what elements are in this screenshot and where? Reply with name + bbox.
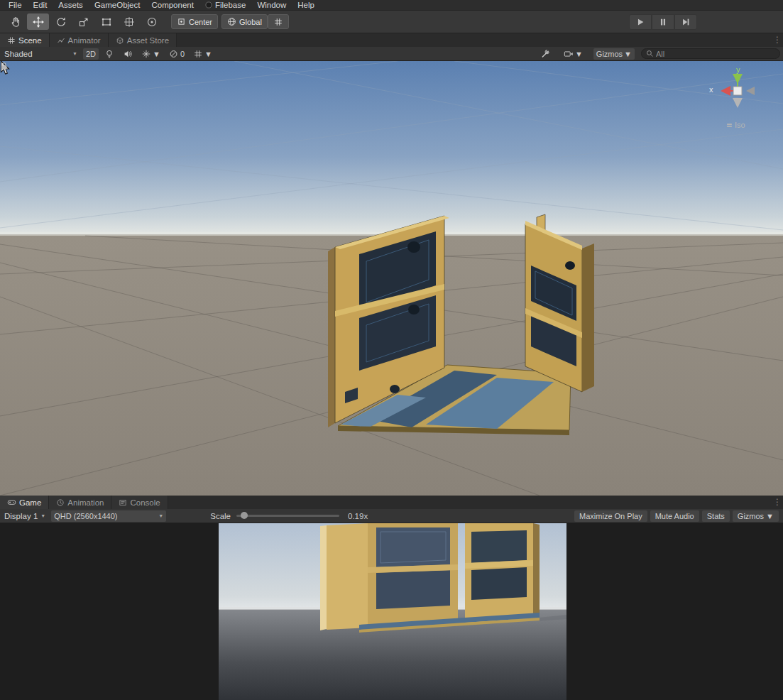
grid-icon: [193, 49, 203, 59]
rect-tool-button[interactable]: [95, 13, 117, 30]
mute-audio-button[interactable]: Mute Audio: [650, 510, 699, 522]
scene-camera-dropdown[interactable]: ▼: [561, 48, 586, 60]
tab-scene[interactable]: Scene: [0, 33, 50, 47]
menu-help[interactable]: Help: [292, 1, 320, 9]
transform-icon: [124, 16, 135, 28]
transform-tool-strip: [4, 13, 163, 30]
lightbulb-icon: [104, 49, 114, 59]
scene-panel-menu-icon[interactable]: ⋮: [773, 35, 782, 45]
orientation-gizmo[interactable]: y x Iso: [711, 64, 774, 142]
console-tab-icon: [119, 498, 127, 507]
move-tool-button[interactable]: [27, 13, 49, 30]
menu-component[interactable]: Component: [146, 1, 199, 9]
chevron-down-icon: ▼: [766, 512, 774, 520]
grid-snap-button[interactable]: [268, 14, 289, 29]
chevron-down-icon: ▼: [204, 50, 212, 58]
space-toggle-button[interactable]: Global: [221, 14, 268, 29]
step-icon: [681, 17, 691, 27]
filebase-icon: [205, 1, 212, 9]
animation-tab-icon: [56, 498, 65, 507]
menu-filebase[interactable]: Filebase: [199, 1, 251, 9]
chevron-down-icon: ▼: [72, 51, 77, 56]
scale-slider[interactable]: [236, 515, 339, 517]
game-view-toolbar: Display 1 ▼ QHD (2560x1440) ▼ Scale 0.19…: [0, 509, 783, 523]
tab-animation[interactable]: Animation: [49, 496, 111, 509]
resolution-dropdown[interactable]: QHD (2560x1440) ▼: [51, 510, 166, 522]
scene-visibility-toggle[interactable]: 0: [166, 48, 187, 60]
iso-icon: [726, 122, 733, 128]
search-icon: [646, 50, 654, 58]
camera-icon: [564, 49, 574, 59]
projection-toggle[interactable]: Iso: [726, 121, 745, 129]
chevron-down-icon: ▼: [624, 50, 632, 58]
game-view[interactable]: [0, 523, 783, 700]
scene-search-field[interactable]: [641, 48, 780, 59]
game-panel-menu-icon[interactable]: ⋮: [773, 497, 782, 507]
game-toolbar-left: Display 1 ▼ QHD (2560x1440) ▼ Scale 0.19…: [0, 509, 368, 523]
game-camera-render: [219, 523, 566, 700]
chevron-down-icon: ▼: [575, 50, 583, 58]
menu-assets[interactable]: Assets: [53, 1, 89, 9]
pivot-icon: [177, 17, 186, 26]
scene-toolbar-right: ▼ Gizmos ▼: [536, 48, 783, 60]
game-tab-icon: [7, 498, 16, 507]
tab-animator[interactable]: Animator: [50, 33, 109, 47]
tab-asset-store[interactable]: Asset Store: [109, 33, 177, 47]
tab-animation-label: Animation: [67, 498, 104, 507]
tab-game[interactable]: Game: [0, 496, 49, 509]
scene-lighting-toggle[interactable]: [102, 48, 117, 60]
2d-toggle-button[interactable]: 2D: [83, 48, 99, 60]
hand-tool-button[interactable]: [4, 13, 26, 30]
scale-icon: [78, 16, 89, 28]
menu-gameobject[interactable]: GameObject: [89, 1, 146, 9]
custom-tool-button[interactable]: [141, 13, 163, 30]
gizmos-label: Gizmos: [596, 50, 623, 58]
wrench-icon: [540, 49, 550, 59]
menu-bar: File Edit Assets GameObject Component Fi…: [0, 0, 783, 11]
scene-3d-render: [0, 61, 783, 496]
display-dropdown[interactable]: Display 1 ▼: [0, 509, 50, 523]
menu-edit[interactable]: Edit: [28, 1, 53, 9]
transform-tool-button[interactable]: [118, 13, 140, 30]
tab-console[interactable]: Console: [111, 496, 168, 509]
stats-button[interactable]: Stats: [702, 510, 730, 522]
pause-icon: [658, 17, 668, 27]
move-icon: [33, 16, 44, 28]
globe-icon: [227, 17, 236, 26]
main-toolbar: Center Global: [0, 11, 783, 33]
scene-search-input[interactable]: [656, 50, 775, 58]
play-button[interactable]: [629, 14, 652, 30]
scene-view[interactable]: y x Iso: [0, 61, 783, 496]
hand-icon: [10, 16, 21, 28]
display-label: Display 1: [4, 512, 38, 520]
chevron-down-icon: ▼: [158, 513, 163, 518]
menu-window[interactable]: Window: [251, 1, 292, 9]
game-gizmos-dropdown[interactable]: Gizmos ▼: [733, 510, 779, 522]
game-gizmos-label: Gizmos: [738, 512, 764, 520]
scene-tab-icon: [7, 36, 16, 45]
draw-mode-dropdown[interactable]: Shaded ▼: [0, 47, 82, 61]
scale-value: 0.19x: [348, 512, 368, 520]
scene-tools-button[interactable]: [537, 48, 553, 60]
scale-tool-button[interactable]: [72, 13, 94, 30]
axis-x-label: x: [709, 85, 713, 94]
rotate-tool-button[interactable]: [50, 13, 72, 30]
tab-console-label: Console: [130, 498, 160, 507]
space-label: Global: [239, 18, 262, 26]
pause-button[interactable]: [652, 14, 674, 30]
scale-slider-handle[interactable]: [241, 512, 248, 519]
menu-file[interactable]: File: [3, 1, 28, 9]
lock-icon[interactable]: [0, 61, 9, 71]
maximize-on-play-button[interactable]: Maximize On Play: [574, 510, 647, 522]
scene-grid-dropdown[interactable]: ▼: [190, 48, 215, 60]
scene-view-toolbar: Shaded ▼ 2D ▼ 0 ▼ ▼: [0, 47, 783, 61]
scene-effects-dropdown[interactable]: ▼: [138, 48, 163, 60]
scene-audio-toggle[interactable]: [120, 48, 136, 60]
playmode-strip: [629, 14, 697, 30]
effects-icon: [141, 49, 151, 59]
scene-gizmos-dropdown[interactable]: Gizmos ▼: [593, 48, 635, 60]
tab-animator-label: Animator: [68, 36, 101, 45]
pivot-toggle-button[interactable]: Center: [171, 14, 218, 29]
step-button[interactable]: [674, 14, 697, 30]
speaker-icon: [123, 49, 133, 59]
